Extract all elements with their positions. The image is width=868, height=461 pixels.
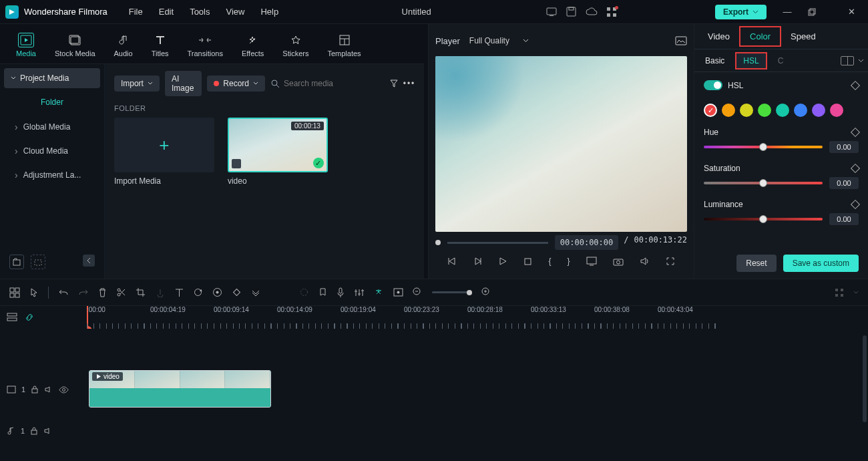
pointer-icon[interactable] — [29, 287, 39, 298]
speed-tool-icon[interactable] — [155, 288, 166, 297]
maximize-button[interactable] — [808, 8, 831, 16]
preview-scrubber[interactable]: 00:00:00:00 / 00:00:13:22 — [435, 236, 687, 249]
crop-icon[interactable] — [136, 287, 146, 297]
insp-tab-video[interactable]: Video — [698, 27, 739, 45]
export-button[interactable]: Export — [715, 5, 767, 19]
options-caret-icon[interactable] — [853, 291, 859, 295]
menu-tools[interactable]: Tools — [182, 7, 218, 17]
menu-edit[interactable]: Edit — [151, 7, 182, 17]
tab-transitions[interactable]: Transitions — [181, 29, 230, 61]
keyframe-icon[interactable] — [851, 80, 860, 90]
swatch-magenta[interactable] — [830, 104, 843, 117]
lum-track[interactable] — [704, 218, 823, 220]
mark-in-icon[interactable]: { — [548, 257, 551, 266]
fullscreen-icon[interactable] — [666, 257, 675, 266]
clip-tile[interactable]: 00:00:13 ✓ video — [228, 118, 328, 186]
video-track-header[interactable]: 1 — [0, 369, 87, 410]
tab-titles[interactable]: Titles — [145, 29, 176, 61]
keyframe-tool-icon[interactable] — [232, 287, 242, 297]
record-dropdown[interactable]: Record — [207, 75, 265, 92]
play-backward-icon[interactable] — [473, 257, 482, 266]
visibility-icon[interactable] — [59, 386, 69, 394]
more-tools-icon[interactable] — [251, 289, 260, 296]
hue-track[interactable] — [704, 146, 823, 148]
sub-c[interactable]: C — [771, 53, 791, 68]
swatch-aqua[interactable] — [776, 104, 789, 117]
more-icon[interactable]: ••• — [404, 78, 415, 89]
sub-basic[interactable]: Basic — [698, 53, 731, 68]
swatch-orange[interactable] — [722, 104, 735, 117]
link-icon[interactable] — [24, 312, 35, 323]
menu-help[interactable]: Help — [252, 7, 286, 17]
menu-file[interactable]: File — [121, 7, 151, 17]
hue-value[interactable]: 0.00 — [829, 141, 859, 153]
sub-hsl[interactable]: HSL — [735, 52, 767, 69]
project-media-chip[interactable]: Project Media — [4, 68, 100, 88]
collapse-sidebar-button[interactable] — [83, 255, 95, 267]
layout-icon[interactable] — [9, 287, 20, 298]
search-input[interactable] — [284, 79, 384, 88]
search-media[interactable] — [270, 79, 384, 88]
camera-icon[interactable] — [613, 257, 624, 266]
rotation-icon[interactable] — [193, 287, 203, 297]
undo-icon[interactable] — [58, 288, 69, 297]
zoom-in-icon[interactable] — [481, 287, 491, 297]
lock-icon[interactable] — [31, 386, 39, 394]
hsl-toggle[interactable] — [704, 80, 722, 90]
sat-track[interactable] — [704, 182, 823, 184]
mic-icon[interactable] — [337, 287, 345, 298]
mute-icon[interactable] — [44, 386, 53, 394]
new-folder-button[interactable] — [9, 255, 24, 269]
keyframe-icon[interactable] — [851, 164, 860, 173]
quality-dropdown[interactable]: Full Quality — [469, 36, 529, 45]
magnet-icon[interactable] — [373, 287, 384, 298]
swatch-yellow[interactable] — [740, 104, 753, 117]
keyframe-icon[interactable] — [851, 128, 860, 137]
prev-frame-icon[interactable] — [447, 257, 457, 266]
snapshot-icon[interactable] — [675, 36, 687, 45]
swatch-blue[interactable] — [794, 104, 807, 117]
filter-icon[interactable] — [389, 78, 399, 89]
swatch-green[interactable] — [758, 104, 771, 117]
redo-icon[interactable] — [78, 288, 89, 297]
close-button[interactable]: ✕ — [840, 7, 863, 17]
volume-icon[interactable] — [640, 257, 650, 266]
lum-value[interactable]: 0.00 — [829, 213, 859, 225]
mixer-icon[interactable] — [354, 288, 364, 297]
target-icon[interactable] — [299, 287, 309, 297]
insp-tab-color[interactable]: Color — [739, 26, 781, 47]
video-track-lane[interactable]: video — [87, 369, 868, 410]
lock-icon[interactable] — [30, 427, 38, 435]
ai-image-button[interactable]: AI Image — [165, 71, 202, 96]
delete-icon[interactable] — [98, 287, 107, 297]
sidebar-adjustment[interactable]: Adjustment La... — [4, 164, 100, 186]
cloud-icon[interactable] — [586, 7, 598, 17]
import-dropdown[interactable]: Import — [114, 75, 160, 92]
audio-track-header[interactable]: 1 — [0, 410, 87, 452]
insp-tab-speed[interactable]: Speed — [781, 27, 825, 45]
play-icon[interactable] — [498, 257, 507, 266]
keyframe-icon[interactable] — [851, 200, 860, 209]
zoom-slider[interactable] — [432, 291, 472, 293]
text-tool-icon[interactable] — [175, 288, 184, 297]
sat-value[interactable]: 0.00 — [829, 177, 859, 189]
stop-icon[interactable] — [523, 257, 532, 266]
audio-track-lane[interactable] — [87, 410, 868, 452]
chevron-down-icon[interactable] — [858, 59, 864, 63]
folder-link[interactable]: Folder — [4, 91, 100, 114]
mark-out-icon[interactable]: } — [568, 257, 570, 266]
timeline-clip[interactable]: video — [89, 370, 271, 408]
sidebar-global[interactable]: Global Media — [4, 116, 100, 138]
tab-media[interactable]: Media — [9, 29, 43, 61]
track-manager-icon[interactable] — [7, 312, 17, 323]
timeline-ruler[interactable]: :00:00 00:00:04:19 00:00:09:14 00:00:14:… — [87, 306, 868, 329]
import-tile[interactable]: + Import Media — [114, 118, 214, 186]
frame-icon[interactable] — [393, 288, 403, 297]
marker-icon[interactable] — [318, 287, 327, 297]
menu-view[interactable]: View — [218, 7, 252, 17]
tab-stock[interactable]: Stock Media — [48, 29, 102, 61]
split-icon[interactable] — [116, 287, 126, 297]
save-custom-button[interactable]: Save as custom — [783, 255, 859, 272]
grid-view-icon[interactable] — [835, 288, 844, 297]
apps-icon[interactable] — [607, 7, 616, 17]
